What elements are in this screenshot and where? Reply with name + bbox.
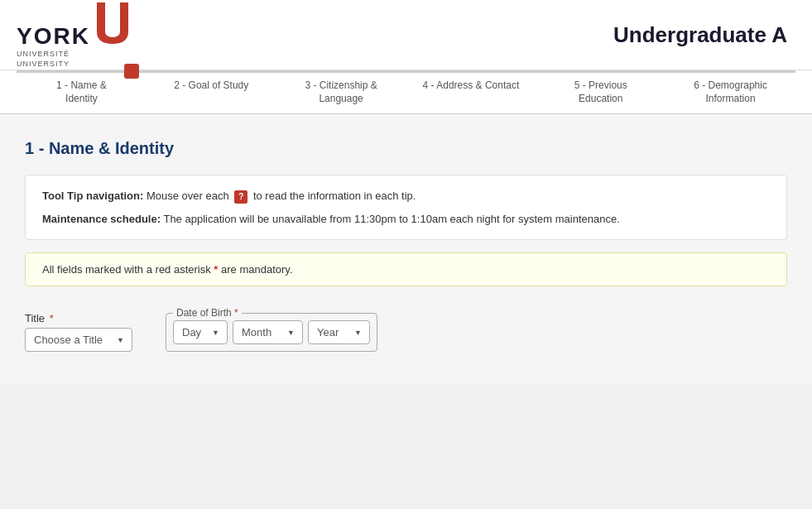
progress-line [17,70,795,73]
dob-day-select[interactable]: Day [173,320,228,344]
progress-step-6[interactable]: 6 - DemographicInformation [665,79,795,105]
title-select[interactable]: Choose a Title Mr. Mrs. Ms. Dr. Prof. [25,328,132,352]
logo-icon [97,2,128,44]
title-select-wrapper[interactable]: Choose a Title Mr. Mrs. Ms. Dr. Prof. [25,328,132,352]
dob-year-select[interactable]: Year [308,320,370,344]
tooltip-nav-desc1: Mouse over each [147,190,232,202]
dob-required-marker: * [232,307,238,319]
step-5-label: 5 - PreviousEducation [536,79,665,105]
section-title: 1 - Name & Identity [25,131,787,158]
logo-sub1: UNIVERSITÉ [17,50,128,58]
step-4-label: 4 - Address & Contact [406,79,536,93]
maintenance-label: Maintenance schedule: [42,213,161,225]
dob-month-wrapper[interactable]: Month [233,320,303,344]
logo-text: YORK [17,23,90,49]
main-content: 1 - Name & Identity Tool Tip navigation:… [0,114,812,385]
progress-dot-active [124,64,139,79]
header: YORK UNIVERSITÉ UNIVERSITY Undergraduate… [0,0,812,70]
info-box: Tool Tip navigation: Mouse over each ? t… [25,175,787,240]
title-required-marker: * [46,312,54,324]
progress-step-1[interactable]: 1 - Name &Identity [17,79,147,105]
tooltip-nav-desc2: to read the information in each tip. [253,190,416,202]
logo-sub2: UNIVERSITY [17,60,128,68]
step-6-label: 6 - DemographicInformation [665,79,795,105]
form-row: Title * Choose a Title Mr. Mrs. Ms. Dr. … [25,307,787,352]
page-title: Undergraduate A [613,22,795,48]
title-form-group: Title * Choose a Title Mr. Mrs. Ms. Dr. … [25,312,132,352]
maintenance-text: Maintenance schedule: The application wi… [42,211,770,228]
dob-form-group: Date of Birth * Day Month [166,307,377,352]
mandatory-asterisk: * [214,263,218,276]
progress-step-5[interactable]: 5 - PreviousEducation [536,79,665,105]
tooltip-icon: ? [234,190,247,204]
mandatory-text-before: All fields marked with a red asterisk [42,263,214,276]
dob-legend: Date of Birth * [173,307,242,319]
logo-area: YORK UNIVERSITÉ UNIVERSITY [17,2,128,68]
step-3-label: 3 - Citizenship &Language [276,79,406,105]
dob-day-wrapper[interactable]: Day [173,320,228,344]
progress-nav: 1 - Name &Identity 2 - Goal of Study 3 -… [0,70,812,114]
maintenance-desc: The application will be unavailable from… [163,213,619,225]
dob-year-wrapper[interactable]: Year [308,320,370,344]
mandatory-text-after: are mandatory. [221,263,292,276]
tooltip-nav-label: Tool Tip navigation: [42,190,143,202]
tooltip-nav-text: Tool Tip navigation: Mouse over each ? t… [42,188,770,204]
title-label: Title * [25,312,132,324]
progress-step-3[interactable]: 3 - Citizenship &Language [276,79,406,105]
step-1-label: 1 - Name &Identity [17,79,147,105]
dob-month-select[interactable]: Month [233,320,303,344]
progress-step-4[interactable]: 4 - Address & Contact [406,79,536,105]
dob-selects: Day Month Year [173,320,370,344]
logo: YORK UNIVERSITÉ UNIVERSITY [17,2,128,68]
progress-steps: 1 - Name &Identity 2 - Goal of Study 3 -… [17,73,795,113]
dob-fieldset: Date of Birth * Day Month [166,307,377,352]
step-2-label: 2 - Goal of Study [147,79,276,93]
progress-step-2[interactable]: 2 - Goal of Study [147,79,276,105]
mandatory-box: All fields marked with a red asterisk * … [25,252,787,286]
